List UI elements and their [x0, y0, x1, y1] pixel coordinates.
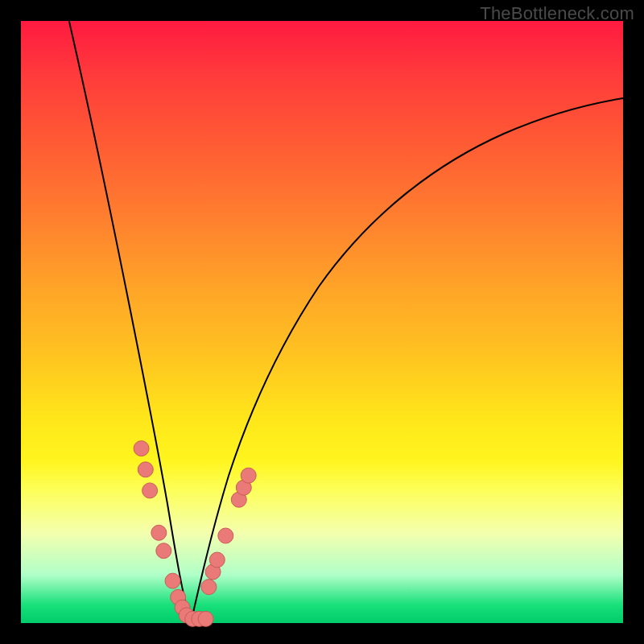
data-marker [165, 573, 180, 588]
left-branch-curve [69, 21, 191, 623]
data-marker [156, 543, 171, 559]
markers-layer [134, 441, 256, 627]
data-marker [151, 525, 167, 540]
data-marker [241, 468, 256, 483]
data-marker [209, 552, 225, 568]
chart-stage: TheBottleneck.com [0, 0, 644, 644]
data-marker [134, 441, 149, 456]
data-marker [138, 462, 153, 477]
data-marker [142, 483, 158, 498]
data-marker [198, 611, 213, 626]
data-marker [218, 528, 233, 543]
watermark-text: TheBottleneck.com [480, 3, 634, 24]
right-branch-curve [191, 98, 623, 623]
data-marker [201, 580, 217, 595]
curves-layer [21, 21, 623, 623]
